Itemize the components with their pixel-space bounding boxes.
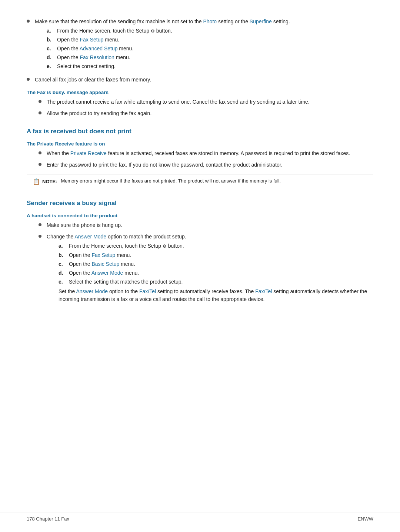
advanced-setup-link[interactable]: Advanced Setup — [80, 46, 118, 51]
list-item: Change the Answer Mode option to match t… — [39, 233, 373, 305]
note-text: Memory errors might occur if the faxes a… — [61, 178, 281, 184]
step-text: Open the Fax Setup menu. — [69, 252, 131, 258]
photo-link[interactable]: Photo — [203, 19, 217, 24]
step-text: Open the Answer Mode menu. — [69, 270, 139, 276]
list-item: a. From the Home screen, touch the Setup… — [47, 28, 290, 34]
list-item: e. Select the setting that matches the p… — [59, 279, 373, 285]
list-item: Cancel all fax jobs or clear the faxes f… — [27, 76, 373, 84]
fax-setup-link2[interactable]: Fax Setup — [92, 252, 116, 258]
step-text: Open the Fax Resolution menu. — [57, 54, 130, 60]
handset-bullets: Make sure the phone is hung up. Change t… — [39, 221, 373, 305]
fax-setup-link[interactable]: Fax Setup — [80, 37, 104, 43]
fax-resolution-link[interactable]: Fax Resolution — [80, 54, 114, 60]
fax-busy-heading: The Fax is busy. message appears — [27, 90, 373, 95]
bullet-text: Enter the password to print the fax. If … — [47, 161, 283, 169]
list-item: d. Open the Fax Resolution menu. — [47, 54, 290, 60]
bullet-dot — [39, 111, 41, 114]
bullet-text: Allow the product to try sending the fax… — [47, 110, 151, 117]
step-label: b. — [59, 252, 69, 258]
answer-mode-note: Set the Answer Mode option to the Fax/Te… — [59, 288, 373, 303]
note-label: 📋 NOTE: — [33, 178, 57, 185]
note-box: 📋 NOTE: Memory errors might occur if the… — [27, 174, 373, 189]
list-item: When the Private Receive feature is acti… — [39, 150, 373, 157]
step-label: d. — [59, 270, 69, 276]
list-item: Enter the password to print the fax. If … — [39, 161, 373, 169]
footer-right: ENWW — [357, 516, 373, 522]
list-item: The product cannot receive a fax while a… — [39, 98, 373, 106]
section2-heading: Sender receives a busy signal — [27, 200, 373, 207]
bullet-text: Make sure the phone is hung up. — [47, 221, 122, 229]
page-content: Make sure that the resolution of the sen… — [0, 0, 400, 339]
step-label: c. — [59, 261, 69, 267]
bullet-dot — [39, 223, 41, 226]
note-icon: 📋 — [33, 178, 40, 185]
step-text: Select the correct setting. — [57, 63, 116, 69]
bullet-dot — [39, 235, 41, 238]
basic-setup-link[interactable]: Basic Setup — [92, 261, 120, 267]
list-item: Make sure the phone is hung up. — [39, 221, 373, 229]
section1-heading: A fax is received but does not print — [27, 128, 373, 135]
step-label: b. — [47, 37, 57, 43]
step-label: c. — [47, 46, 57, 51]
step-label: a. — [59, 243, 69, 249]
bullet-dot — [39, 163, 41, 166]
top-bullets: Make sure that the resolution of the sen… — [27, 18, 373, 84]
fax-tel-link2[interactable]: Fax/Tel — [255, 288, 272, 294]
bullet-dot — [39, 151, 41, 154]
bullet-dot — [39, 100, 41, 103]
bullet-text: The product cannot receive a fax while a… — [47, 98, 310, 106]
bullet-text: Change the Answer Mode option to match t… — [47, 233, 373, 241]
sub-steps: a. From the Home screen, touch the Setup… — [47, 28, 290, 69]
sub-steps: a. From the Home screen, touch the Setup… — [59, 243, 373, 284]
footer-left: 178 Chapter 11 Fax — [27, 516, 69, 522]
private-receive-link[interactable]: Private Receive — [70, 150, 107, 156]
bullet-dot — [27, 20, 30, 23]
answer-mode-link2[interactable]: Answer Mode — [91, 270, 123, 276]
bullet-text: When the Private Receive feature is acti… — [47, 150, 350, 157]
step-label: d. — [47, 54, 57, 60]
list-item: c. Open the Basic Setup menu. — [59, 261, 373, 267]
step-text: Open the Basic Setup menu. — [69, 261, 135, 267]
setup-icon: ⚙ — [151, 29, 155, 34]
step-text: From the Home screen, touch the Setup ⚙ … — [57, 28, 172, 34]
list-item: a. From the Home screen, touch the Setup… — [59, 243, 373, 249]
list-item: b. Open the Fax Setup menu. — [59, 252, 373, 258]
step-label: e. — [59, 279, 69, 285]
step-text: Select the setting that matches the prod… — [69, 279, 183, 285]
step-text: Open the Fax Setup menu. — [57, 37, 119, 43]
private-receive-bullets: When the Private Receive feature is acti… — [39, 150, 373, 169]
bullet-text: Cancel all fax jobs or clear the faxes f… — [35, 76, 151, 84]
page-footer: 178 Chapter 11 Fax ENWW — [0, 512, 400, 522]
bullet-dot — [27, 78, 30, 81]
handset-heading: A handset is connected to the product — [27, 213, 373, 218]
answer-mode-link[interactable]: Answer Mode — [75, 234, 107, 240]
list-item: b. Open the Fax Setup menu. — [47, 37, 290, 43]
step-label: e. — [47, 63, 57, 69]
fax-busy-bullets: The product cannot receive a fax while a… — [39, 98, 373, 117]
bullet-text: Make sure that the resolution of the sen… — [35, 18, 290, 26]
list-item: e. Select the correct setting. — [47, 63, 290, 69]
step-label: a. — [47, 28, 57, 34]
list-item: c. Open the Advanced Setup menu. — [47, 46, 290, 51]
step-text: From the Home screen, touch the Setup ⚙ … — [69, 243, 184, 249]
private-receive-heading: The Private Receive feature is on — [27, 141, 373, 147]
list-item: d. Open the Answer Mode menu. — [59, 270, 373, 276]
list-item: Make sure that the resolution of the sen… — [27, 18, 373, 72]
list-item: Allow the product to try sending the fax… — [39, 110, 373, 117]
fax-tel-link[interactable]: Fax/Tel — [139, 288, 156, 294]
setup-icon: ⚙ — [163, 244, 167, 249]
step-text: Open the Advanced Setup menu. — [57, 46, 133, 51]
superfine-link[interactable]: Superfine — [250, 19, 272, 24]
answer-mode-link3[interactable]: Answer Mode — [76, 288, 108, 294]
